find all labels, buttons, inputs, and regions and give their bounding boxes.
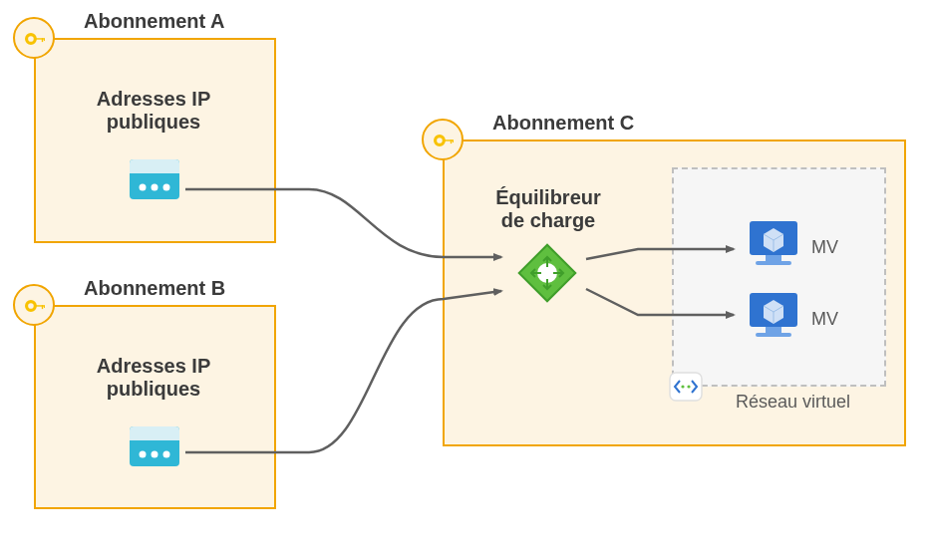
vm1-label: MV — [811, 237, 838, 258]
vm2-label: MV — [811, 309, 838, 330]
subscription-a-box — [34, 38, 276, 243]
subscription-b-box — [34, 305, 276, 509]
virtual-network-box — [672, 167, 886, 387]
subscription-b-iplabel: Adresses IP publiques — [64, 355, 243, 401]
lb-label: Équilibreur de charge — [478, 186, 618, 232]
subscription-a-iplabel: Adresses IP publiques — [64, 88, 243, 134]
vnet-label: Réseau virtuel — [736, 392, 850, 413]
subscription-b-title: Abonnement B — [84, 277, 225, 300]
subscription-c-title: Abonnement C — [492, 112, 634, 135]
subscription-a-title: Abonnement A — [84, 10, 224, 33]
